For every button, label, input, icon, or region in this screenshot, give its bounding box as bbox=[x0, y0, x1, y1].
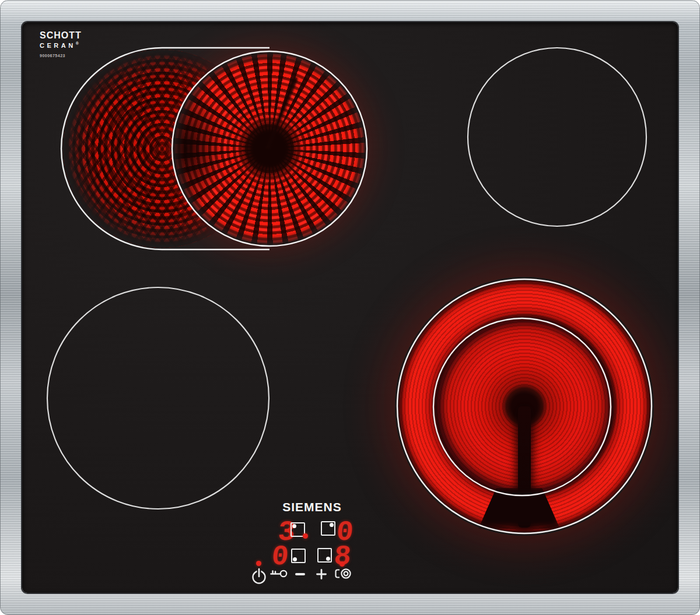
red-dot-rear-left-decimal bbox=[303, 533, 308, 539]
decrease-key[interactable] bbox=[295, 573, 305, 575]
increase-key[interactable] bbox=[316, 569, 327, 582]
glass-surface: SCHOTT CERAN® 9000675423 SIEMENS 3 0 0 8 bbox=[22, 22, 678, 593]
burner-sensor-shadow bbox=[265, 76, 298, 149]
red-dot-timer-indicator bbox=[340, 561, 345, 567]
registered-mark: ® bbox=[76, 41, 79, 45]
zone-square-pip bbox=[330, 523, 334, 527]
timer-icon bbox=[334, 568, 351, 579]
part-number: 9000675423 bbox=[40, 54, 82, 58]
timer-key[interactable] bbox=[334, 568, 351, 582]
red-dot-power-indicator bbox=[256, 561, 261, 566]
burner-front-right-glow bbox=[395, 277, 654, 536]
zone-indicator-square-rear-right bbox=[321, 521, 335, 536]
burner-rear-left-main-glow bbox=[173, 52, 366, 245]
siemens-logo: SIEMENS bbox=[282, 500, 342, 514]
schott-logo-line1: SCHOTT bbox=[40, 31, 82, 40]
burner-center-hub-shadow bbox=[495, 377, 555, 437]
key-icon bbox=[270, 568, 288, 579]
zone-square-pip bbox=[326, 557, 330, 561]
display-level-front-left: 0 bbox=[270, 543, 290, 571]
zone-indicator-square-front-left bbox=[291, 549, 306, 563]
burner-connector-shadow bbox=[478, 488, 560, 529]
child-lock-key[interactable] bbox=[270, 568, 288, 582]
schott-ceran-logo: SCHOTT CERAN® 9000675423 bbox=[40, 31, 82, 58]
schott-logo-line2: CERAN® bbox=[40, 41, 82, 49]
ceran-text: CERAN bbox=[40, 42, 76, 49]
zone-indicator-square-front-right bbox=[317, 548, 332, 563]
plus-icon bbox=[316, 569, 327, 579]
zone-square-pip bbox=[293, 557, 297, 561]
zone-square-pip bbox=[292, 524, 296, 528]
burner-sensor-stem-shadow bbox=[518, 406, 531, 528]
rear-right-outline bbox=[468, 48, 646, 226]
front-left-outline bbox=[47, 287, 269, 509]
power-key[interactable] bbox=[251, 567, 267, 587]
power-icon bbox=[251, 567, 267, 585]
minus-icon bbox=[295, 573, 305, 575]
